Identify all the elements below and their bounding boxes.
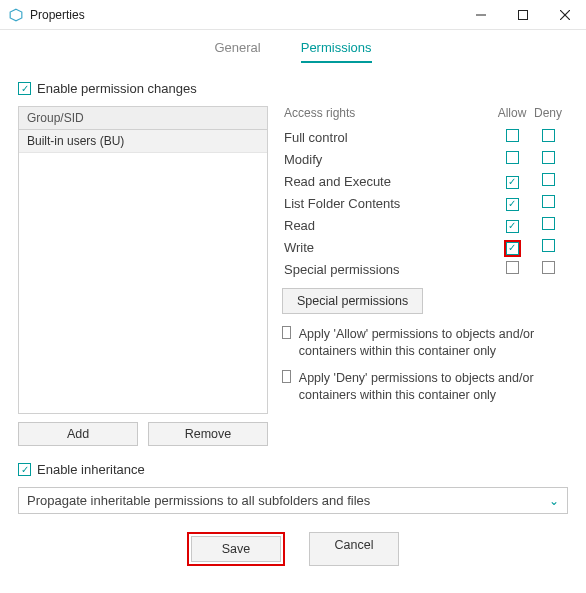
- apply-allow-row: Apply 'Allow' permissions to objects and…: [282, 326, 568, 360]
- rights-row-label: Write: [284, 240, 494, 255]
- rights-row: Read: [282, 214, 568, 236]
- rights-allow-checkbox[interactable]: [506, 242, 519, 255]
- chevron-down-icon: ⌄: [549, 494, 559, 508]
- save-button[interactable]: Save: [191, 536, 281, 562]
- rights-deny-checkbox[interactable]: [542, 217, 555, 230]
- special-permissions-button[interactable]: Special permissions: [282, 288, 423, 314]
- group-sid-body: [19, 153, 267, 413]
- access-rights-panel: Access rights Allow Deny Full controlMod…: [282, 106, 568, 446]
- rights-deny-checkbox[interactable]: [542, 173, 555, 186]
- maximize-button[interactable]: [502, 0, 544, 30]
- rights-deny-checkbox[interactable]: [542, 151, 555, 164]
- enable-inheritance-checkbox[interactable]: [18, 463, 31, 476]
- rights-row: List Folder Contents: [282, 192, 568, 214]
- access-rights-label: Access rights: [284, 106, 494, 120]
- tab-bar: General Permissions: [0, 30, 586, 65]
- rights-deny-checkbox: [542, 261, 555, 274]
- rights-row: Write: [282, 236, 568, 258]
- inheritance-dropdown-value: Propagate inheritable permissions to all…: [27, 493, 370, 508]
- close-button[interactable]: [544, 0, 586, 30]
- access-rights-header: Access rights Allow Deny: [282, 106, 568, 126]
- rights-allow-checkbox[interactable]: [506, 129, 519, 142]
- footer: Save Cancel: [18, 532, 568, 566]
- inheritance-dropdown[interactable]: Propagate inheritable permissions to all…: [18, 487, 568, 514]
- rights-allow-checkbox[interactable]: [506, 198, 519, 211]
- rights-row: Special permissions: [282, 258, 568, 280]
- rights-row-label: List Folder Contents: [284, 196, 494, 211]
- rights-deny-checkbox[interactable]: [542, 239, 555, 252]
- enable-permission-changes-checkbox[interactable]: [18, 82, 31, 95]
- cancel-button[interactable]: Cancel: [309, 532, 399, 566]
- allow-column-label: Allow: [494, 106, 530, 120]
- rights-deny-checkbox[interactable]: [542, 195, 555, 208]
- window-title: Properties: [30, 8, 85, 22]
- titlebar: Properties: [0, 0, 586, 30]
- group-sid-panel: Group/SID Built-in users (BU) Add Remove: [18, 106, 268, 446]
- apply-deny-row: Apply 'Deny' permissions to objects and/…: [282, 370, 568, 404]
- svg-rect-2: [519, 10, 528, 19]
- rights-row: Read and Execute: [282, 170, 568, 192]
- save-highlight: Save: [187, 532, 285, 566]
- enable-permission-changes-label: Enable permission changes: [37, 81, 197, 96]
- svg-marker-0: [10, 9, 22, 21]
- rights-row: Modify: [282, 148, 568, 170]
- remove-button[interactable]: Remove: [148, 422, 268, 446]
- rights-row-label: Modify: [284, 152, 494, 167]
- apply-allow-checkbox[interactable]: [282, 326, 291, 339]
- enable-inheritance-row: Enable inheritance: [18, 462, 568, 477]
- add-button[interactable]: Add: [18, 422, 138, 446]
- deny-column-label: Deny: [530, 106, 566, 120]
- group-sid-row[interactable]: Built-in users (BU): [19, 130, 267, 153]
- rights-allow-checkbox[interactable]: [506, 220, 519, 233]
- rights-allow-checkbox: [506, 261, 519, 274]
- rights-row-label: Read: [284, 218, 494, 233]
- apply-deny-checkbox[interactable]: [282, 370, 291, 383]
- apply-allow-label: Apply 'Allow' permissions to objects and…: [299, 326, 568, 360]
- minimize-button[interactable]: [460, 0, 502, 30]
- enable-permission-changes-row: Enable permission changes: [18, 81, 568, 96]
- rights-allow-checkbox[interactable]: [506, 176, 519, 189]
- group-sid-header: Group/SID: [19, 107, 267, 130]
- tab-general[interactable]: General: [214, 40, 260, 63]
- app-icon: [8, 7, 24, 23]
- rights-row-label: Special permissions: [284, 262, 494, 277]
- enable-inheritance-label: Enable inheritance: [37, 462, 145, 477]
- rights-row-label: Read and Execute: [284, 174, 494, 189]
- rights-allow-checkbox[interactable]: [506, 151, 519, 164]
- rights-row: Full control: [282, 126, 568, 148]
- tab-permissions[interactable]: Permissions: [301, 40, 372, 63]
- rights-deny-checkbox[interactable]: [542, 129, 555, 142]
- apply-deny-label: Apply 'Deny' permissions to objects and/…: [299, 370, 568, 404]
- rights-row-label: Full control: [284, 130, 494, 145]
